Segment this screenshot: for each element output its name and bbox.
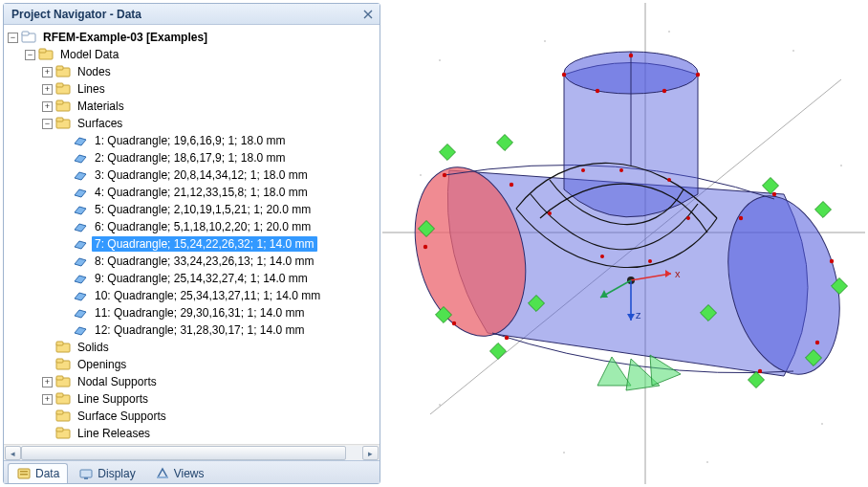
folder-icon: [38, 47, 54, 62]
surface-icon: [73, 305, 88, 321]
svg-point-55: [505, 336, 509, 340]
svg-rect-78: [749, 372, 765, 388]
folder-icon: [55, 81, 71, 97]
scroll-right-button[interactable]: ▸: [362, 446, 379, 460]
svg-point-62: [581, 168, 585, 172]
tree-surface-item-11[interactable]: 11: Quadrangle; 29,30,16,31; 1; 14.0 mm: [59, 304, 380, 321]
svg-point-56: [510, 183, 513, 187]
expander-icon[interactable]: −: [25, 50, 35, 60]
tree-lines[interactable]: + Lines: [42, 80, 380, 98]
tree-line-releases[interactable]: Line Releases: [42, 425, 380, 442]
svg-point-34: [420, 174, 422, 176]
svg-point-37: [563, 452, 565, 454]
tree-surface-item-8-label: 8: Quadrangle; 33,24,23,26,13; 1; 14.0 m…: [92, 254, 317, 269]
svg-point-67: [600, 255, 604, 258]
horizontal-scrollbar[interactable]: ◂ ▸: [4, 444, 380, 460]
project-icon: [21, 30, 36, 45]
folder-icon: [55, 357, 71, 372]
views-tab-icon: [155, 466, 170, 481]
svg-point-36: [439, 404, 441, 406]
svg-rect-28: [84, 477, 88, 479]
folder-icon: [55, 409, 71, 424]
surface-icon: [73, 133, 88, 148]
svg-point-35: [840, 165, 842, 166]
tree-materials[interactable]: + Materials: [42, 98, 380, 115]
tree-surface-item-3[interactable]: 3: Quadrangle; 20,8,14,34,12; 1; 18.0 mm: [59, 166, 380, 184]
svg-rect-73: [490, 343, 507, 360]
tree-surface-item-4-label: 4: Quadrangle; 21,12,33,15,8; 1; 18.0 mm: [92, 185, 311, 200]
tree-model-data[interactable]: − Model Data: [25, 46, 380, 63]
surface-icon: [73, 219, 88, 234]
folder-icon: [55, 374, 71, 389]
tree-surface-item-5[interactable]: 5: Quadrangle; 2,10,19,1,5,21; 1; 20.0 m…: [59, 201, 380, 218]
expander-icon[interactable]: +: [42, 67, 53, 77]
svg-point-49: [696, 73, 700, 77]
tree-surface-item-7[interactable]: 7: Quadrangle; 15,24,22,26,32; 1; 14.0 m…: [59, 235, 380, 253]
expander-icon[interactable]: +: [42, 377, 53, 387]
close-icon[interactable]: [360, 7, 376, 22]
svg-point-51: [662, 89, 666, 93]
tree-openings[interactable]: Openings: [42, 356, 380, 373]
expander-icon[interactable]: −: [8, 33, 18, 43]
svg-rect-23: [56, 428, 63, 432]
scroll-left-button[interactable]: ◂: [5, 446, 21, 460]
expander-icon[interactable]: +: [42, 101, 53, 112]
svg-rect-75: [815, 202, 832, 218]
tree-solids[interactable]: Solids: [42, 339, 380, 356]
tree-nodes[interactable]: + Nodes: [42, 63, 380, 80]
svg-point-54: [452, 321, 456, 325]
tree-view[interactable]: − RFEM-Example-03 [Examples] − Model Dat…: [4, 25, 380, 444]
tree-surface-item-10[interactable]: 10: Quadrangle; 25,34,13,27,11; 1; 14.0 …: [59, 287, 380, 304]
tree-lines-label: Lines: [75, 81, 108, 97]
tree-surface-item-2[interactable]: 2: Quadrangle; 18,6,17,9; 1; 18.0 mm: [59, 149, 380, 166]
tree-surface-item-8[interactable]: 8: Quadrangle; 33,24,23,26,13; 1; 14.0 m…: [59, 253, 380, 270]
tree-surfaces[interactable]: − Surfaces: [42, 115, 380, 132]
tab-data[interactable]: Data: [8, 463, 68, 483]
tree-nodal-supports[interactable]: + Nodal Supports: [42, 373, 380, 390]
tree-root-label: RFEM-Example-03 [Examples]: [40, 30, 210, 45]
tree-surface-item-10-label: 10: Quadrangle; 25,34,13,27,11; 1; 14.0 …: [92, 288, 323, 303]
tab-data-label: Data: [35, 467, 59, 480]
svg-point-60: [758, 369, 762, 373]
surface-icon: [73, 254, 88, 269]
tree-surface-item-6[interactable]: 6: Quadrangle; 5,1,18,10,2,20; 1; 20.0 m…: [59, 218, 380, 235]
svg-point-64: [667, 178, 671, 182]
svg-rect-9: [56, 100, 63, 104]
expander-icon[interactable]: −: [42, 119, 53, 129]
svg-point-31: [544, 40, 546, 42]
tree-root[interactable]: − RFEM-Example-03 [Examples]: [8, 29, 380, 46]
tree-surface-item-1[interactable]: 1: Quadrangle; 19,6,16,9; 1; 18.0 mm: [59, 132, 380, 149]
tree-surface-item-11-label: 11: Quadrangle; 29,30,16,31; 1; 14.0 mm: [92, 305, 307, 321]
svg-rect-3: [39, 49, 46, 53]
axis-label-z: z: [636, 309, 641, 321]
expander-icon[interactable]: +: [42, 84, 53, 95]
svg-rect-25: [20, 471, 28, 473]
svg-point-30: [439, 59, 441, 61]
tree-surface-item-9[interactable]: 9: Quadrangle; 25,14,32,27,4; 1; 14.0 mm: [59, 270, 380, 287]
svg-point-61: [739, 216, 743, 220]
svg-point-39: [821, 423, 823, 425]
tree-surface-item-6-label: 6: Quadrangle; 5,1,18,10,2,20; 1; 20.0 m…: [92, 219, 314, 234]
svg-rect-29: [157, 476, 168, 478]
tree-surface-supports[interactable]: Surface Supports: [42, 408, 380, 425]
expander-icon[interactable]: +: [42, 394, 53, 405]
tree-surface-item-4[interactable]: 4: Quadrangle; 21,12,33,15,8; 1; 18.0 mm: [59, 184, 380, 201]
tree-surface-item-5-label: 5: Quadrangle; 2,10,19,1,5,21; 1; 20.0 m…: [92, 202, 314, 217]
svg-rect-11: [56, 118, 63, 122]
svg-rect-15: [56, 359, 63, 363]
model-viewport-3d[interactable]: x z: [382, 3, 865, 484]
svg-rect-26: [20, 474, 28, 476]
tab-views[interactable]: Views: [146, 463, 213, 483]
svg-point-58: [830, 259, 834, 263]
tree-surface-item-9-label: 9: Quadrangle; 25,14,32,27,4; 1; 14.0 mm: [92, 271, 311, 286]
tree-surfaces-label: Surfaces: [75, 116, 125, 131]
scroll-thumb[interactable]: [21, 446, 346, 460]
svg-rect-69: [440, 144, 456, 161]
tree-line-supports[interactable]: + Line Supports: [42, 390, 380, 408]
svg-point-38: [706, 461, 708, 463]
svg-point-52: [443, 173, 446, 177]
tab-display[interactable]: Display: [70, 463, 143, 483]
tree-surface-item-1-label: 1: Quadrangle; 19,6,16,9; 1; 18.0 mm: [92, 133, 288, 148]
tree-materials-label: Materials: [75, 99, 127, 114]
tree-surface-item-12[interactable]: 12: Quadrangle; 31,28,30,17; 1; 14.0 mm: [59, 321, 380, 339]
